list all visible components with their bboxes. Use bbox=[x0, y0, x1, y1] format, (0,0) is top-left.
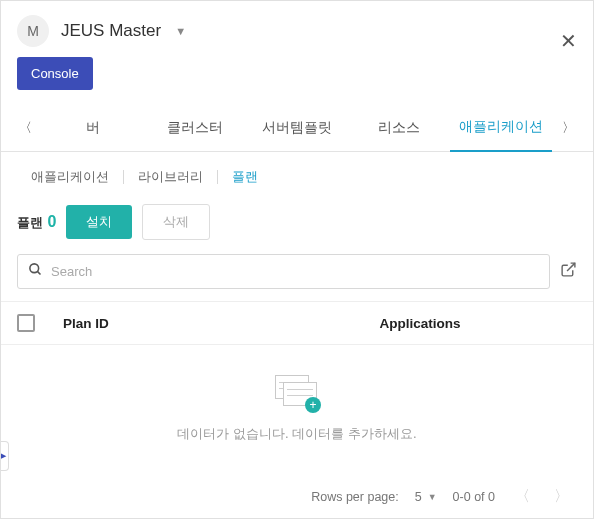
pagination-footer: Rows per page: 5 ▼ 0-0 of 0 〈 〉 bbox=[311, 487, 573, 506]
tab-item-1[interactable]: 클러스터 bbox=[144, 105, 246, 151]
count-value: 0 bbox=[47, 213, 56, 230]
open-external-icon[interactable] bbox=[560, 261, 577, 282]
next-page-icon[interactable]: 〉 bbox=[550, 487, 573, 506]
tab-item-4[interactable]: 애플리케이션 bbox=[450, 104, 552, 152]
main-tabs: 〈 버 클러스터 서버템플릿 리소스 애플리케이션 〉 bbox=[1, 104, 593, 152]
svg-point-0 bbox=[30, 264, 39, 273]
title-dropdown-icon[interactable]: ▼ bbox=[175, 25, 186, 37]
tab-item-2[interactable]: 서버템플릿 bbox=[246, 105, 348, 151]
avatar-letter: M bbox=[27, 23, 39, 39]
subtab-libraries[interactable]: 라이브러리 bbox=[124, 166, 217, 188]
subtab-applications[interactable]: 애플리케이션 bbox=[17, 166, 123, 188]
search-icon bbox=[28, 262, 43, 281]
column-applications: Applications bbox=[263, 316, 577, 331]
empty-illustration-icon: + bbox=[275, 375, 319, 411]
close-icon[interactable]: ✕ bbox=[560, 29, 577, 53]
sub-tabs: 애플리케이션 라이브러리 플랜 bbox=[1, 152, 593, 198]
install-button[interactable]: 설치 bbox=[66, 205, 132, 239]
search-row bbox=[1, 254, 593, 301]
empty-state: + 데이터가 없습니다. 데이터를 추가하세요. bbox=[1, 345, 593, 465]
add-icon: + bbox=[305, 397, 321, 413]
page-size-value: 5 bbox=[415, 490, 422, 504]
console-button[interactable]: Console bbox=[17, 57, 93, 90]
svg-line-2 bbox=[567, 263, 575, 271]
empty-message: 데이터가 없습니다. 데이터를 추가하세요. bbox=[1, 425, 593, 443]
prev-page-icon[interactable]: 〈 bbox=[511, 487, 534, 506]
svg-line-1 bbox=[37, 271, 40, 274]
delete-button[interactable]: 삭제 bbox=[142, 204, 210, 240]
column-plan-id: Plan ID bbox=[63, 316, 263, 331]
page-title: JEUS Master bbox=[61, 21, 161, 41]
tab-item-0[interactable]: 버 bbox=[42, 105, 144, 151]
search-box[interactable] bbox=[17, 254, 550, 289]
search-input[interactable] bbox=[51, 264, 539, 279]
rows-per-page-label: Rows per page: bbox=[311, 490, 399, 504]
select-all-checkbox[interactable] bbox=[17, 314, 35, 332]
console-row: Console bbox=[1, 57, 593, 104]
caret-down-icon: ▼ bbox=[428, 492, 437, 502]
pagination-range: 0-0 of 0 bbox=[453, 490, 495, 504]
header-bar: M JEUS Master ▼ bbox=[1, 1, 593, 57]
table-header-row: Plan ID Applications bbox=[1, 301, 593, 345]
rows-per-page-select[interactable]: 5 ▼ bbox=[415, 490, 437, 504]
side-expand-handle[interactable] bbox=[0, 441, 9, 471]
avatar[interactable]: M bbox=[17, 15, 49, 47]
tabs-scroll-left-icon[interactable]: 〈 bbox=[9, 109, 42, 147]
count-label: 플랜 0 bbox=[17, 213, 56, 232]
subtab-plan[interactable]: 플랜 bbox=[218, 166, 272, 188]
tab-item-3[interactable]: 리소스 bbox=[348, 105, 450, 151]
toolbar: 플랜 0 설치 삭제 bbox=[1, 198, 593, 254]
tabs-scroll-right-icon[interactable]: 〉 bbox=[552, 109, 585, 147]
